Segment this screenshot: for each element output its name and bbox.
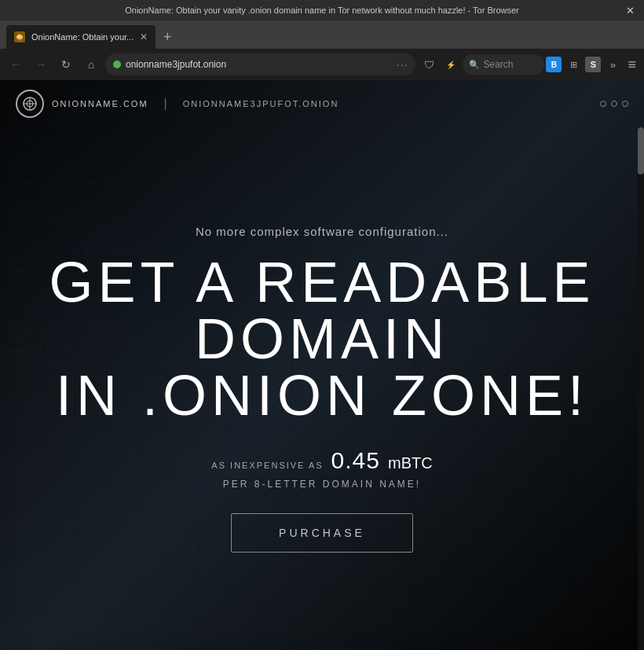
new-tab-button[interactable]: +: [156, 25, 179, 49]
address-bar[interactable]: onionname3jpufot.onion ···: [105, 53, 415, 75]
back-button[interactable]: ←: [5, 53, 27, 75]
menu-button[interactable]: ≡: [624, 57, 639, 73]
title-bar-text: OnionName: Obtain your vanity .onion dom…: [20, 6, 624, 15]
search-placeholder: Search: [483, 59, 538, 70]
tab-title: OnionName: Obtain your...: [31, 32, 134, 42]
nav-icons-right: 🛡 ⚡ 🔍 Search B ⊞ S » ≡: [419, 54, 639, 75]
hero-title-line1: GET A READABLE: [49, 254, 595, 310]
close-icon[interactable]: ✕: [624, 5, 636, 17]
hero-subtitle: No more complex software configuration..…: [196, 225, 448, 238]
site-nav: ONIONNAME.COM | ONIONNAME3JPUFOT.ONION: [0, 80, 644, 127]
s-badge[interactable]: S: [585, 57, 601, 72]
site-logo: ONIONNAME.COM | ONIONNAME3JPUFOT.ONION: [16, 90, 338, 118]
purchase-button[interactable]: PURCHASE: [231, 513, 413, 553]
price-value: 0.45: [331, 447, 380, 474]
nav-bar: ← → ↻ ⌂ onionname3jpufot.onion ··· 🛡 ⚡ 🔍…: [0, 49, 644, 80]
logo-separator: |: [164, 97, 167, 111]
url-text: onionname3jpufot.onion: [126, 59, 392, 70]
nav-dot-3[interactable]: [622, 101, 628, 107]
address-dots: ···: [397, 58, 408, 71]
secure-indicator: [113, 61, 121, 68]
scrollbar[interactable]: [638, 127, 644, 650]
search-box[interactable]: 🔍 Search: [463, 54, 544, 75]
nav-dot-2[interactable]: [611, 101, 617, 107]
hero-title-line3: IN .ONION ZONE!: [56, 367, 588, 424]
overflow-icon[interactable]: »: [602, 54, 623, 75]
tab-favicon: 🧅: [14, 31, 25, 42]
website-content: query_class = obj.attr(1)div class = doc…: [0, 80, 644, 650]
title-bar: OnionName: Obtain your vanity .onion dom…: [0, 0, 644, 20]
price-label: AS INEXPENSIVE AS: [211, 461, 323, 470]
reload-button[interactable]: ↻: [55, 53, 77, 75]
tab-close-icon[interactable]: ✕: [140, 31, 148, 42]
price-desc: PER 8-LETTER DOMAIN NAME!: [223, 479, 421, 490]
price-unit: mBTC: [388, 454, 433, 472]
hero-section: No more complex software configuration..…: [0, 127, 644, 650]
tab-bar: 🧅 OnionName: Obtain your... ✕ +: [0, 20, 644, 49]
search-icon: 🔍: [469, 60, 480, 70]
active-tab[interactable]: 🧅 OnionName: Obtain your... ✕: [6, 25, 156, 49]
logo-onion: ONIONNAME3JPUFOT.ONION: [183, 99, 339, 108]
shield-icon[interactable]: 🛡: [419, 54, 439, 75]
hero-title-line2: DOMAIN: [195, 310, 449, 367]
forward-button[interactable]: →: [30, 53, 52, 75]
logo-text: ONIONNAME.COM: [52, 99, 148, 108]
price-line: AS INEXPENSIVE AS 0.45 mBTC: [211, 447, 432, 474]
nav-dot-1[interactable]: [600, 101, 606, 107]
nav-dots: [600, 101, 628, 107]
grid-icon[interactable]: ⊞: [563, 54, 584, 75]
scrollbar-thumb[interactable]: [638, 127, 644, 174]
home-button[interactable]: ⌂: [80, 53, 102, 75]
privacy-icon[interactable]: ⚡: [441, 54, 461, 75]
logo-icon: [16, 90, 44, 118]
b-badge[interactable]: B: [546, 57, 562, 72]
